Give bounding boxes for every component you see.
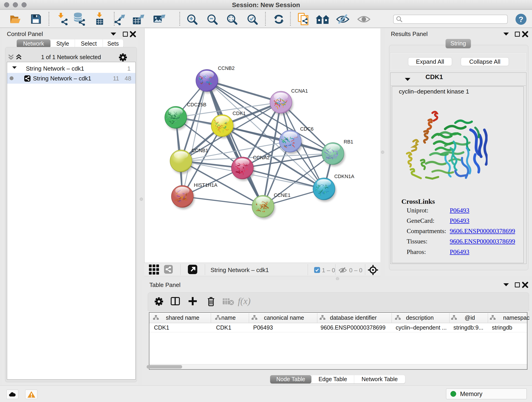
- svg-text:HIST1H1A: HIST1H1A: [194, 182, 217, 188]
- svg-text:CCNA1: CCNA1: [291, 88, 308, 94]
- svg-text:CCNE1: CCNE1: [274, 192, 291, 198]
- svg-text:RB1: RB1: [344, 139, 353, 145]
- svg-text:CCNB2: CCNB2: [218, 65, 234, 71]
- svg-text:CDK1: CDK1: [233, 111, 246, 116]
- svg-text:CCNA2: CCNA2: [253, 155, 270, 160]
- svg-text:CDC25B: CDC25B: [187, 102, 206, 108]
- svg-text:CDKN1A: CDKN1A: [334, 174, 355, 179]
- svg-text:CDC6: CDC6: [300, 126, 314, 132]
- svg-text:CCNB1: CCNB1: [191, 148, 208, 153]
